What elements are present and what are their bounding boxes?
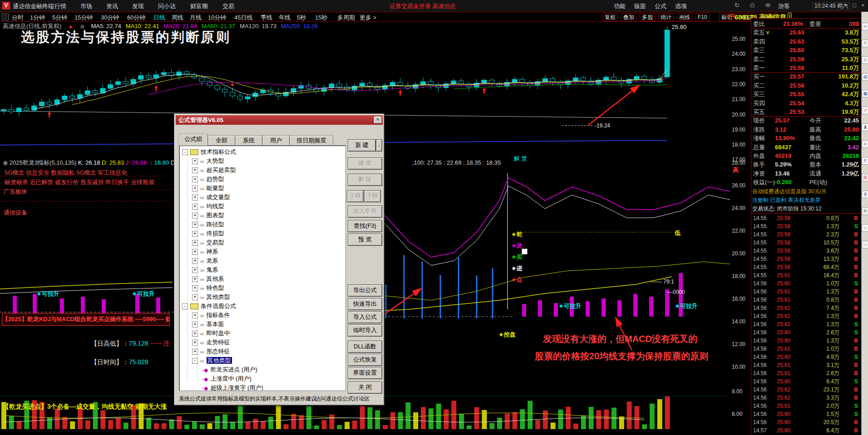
tree-row-大势型[interactable]: +∞大势型 <box>192 156 224 166</box>
menu-item-1[interactable]: 市场 <box>80 2 92 10</box>
expand-icon[interactable]: + <box>192 276 198 282</box>
dialog-button-新建[interactable]: 新 建 <box>348 139 376 152</box>
user-label[interactable]: 游客 <box>778 2 790 10</box>
expand-icon[interactable]: + <box>192 349 198 355</box>
expand-icon[interactable]: + <box>192 249 198 255</box>
bid-row-1[interactable]: 买一25.57191.8万 <box>751 72 862 81</box>
dialog-close-icon[interactable]: × <box>374 116 382 123</box>
expand-icon[interactable]: + <box>192 331 198 337</box>
dialog-button-公式恢复[interactable]: 公式恢复 <box>348 354 382 366</box>
dialog-tab-用户[interactable]: 用户 <box>262 135 290 146</box>
window-collapse-button[interactable]: ‹ <box>834 2 842 9</box>
period-多周期[interactable]: 多周期 <box>337 14 355 22</box>
toolbar-button-画线[interactable]: 画线 <box>677 13 692 21</box>
expand-icon[interactable]: + <box>192 231 198 237</box>
eye-icon[interactable]: ◉ <box>3 159 10 166</box>
period-5分钟[interactable]: 5分钟 <box>52 14 67 22</box>
bid-row-5[interactable]: 买五25.5319.9万 <box>751 108 862 116</box>
search-icon[interactable]: ⌕ <box>862 224 868 232</box>
period-10分钟[interactable]: 10分钟 <box>208 14 226 22</box>
refresh-icon[interactable]: ↻ <box>735 2 740 9</box>
divider-icon[interactable]: — <box>862 241 868 249</box>
menu-item-5[interactable]: 财富圈 <box>190 2 208 10</box>
dialog-button-导出公式[interactable]: 导出公式 <box>348 284 382 297</box>
collapse-icon[interactable]: - <box>192 358 198 364</box>
tree-row-基本面[interactable]: +∞基本面 <box>192 320 224 329</box>
grid-icon[interactable]: ▦ <box>862 90 868 98</box>
formula-icon[interactable]: fx <box>862 207 868 215</box>
expand-icon[interactable]: + <box>192 258 198 264</box>
period-60分钟[interactable]: 60分钟 <box>127 14 145 22</box>
tree-row-路径型[interactable]: +∞路径型 <box>192 220 224 229</box>
dialog-button-导入公式[interactable]: 导入公式 <box>348 311 382 323</box>
expand-icon[interactable]: + <box>192 186 198 191</box>
tree-row-走势特征[interactable]: +∞走势特征 <box>192 338 230 347</box>
tree-row-能量型[interactable]: +∞能量型 <box>192 184 224 193</box>
collapse-icon[interactable]: - <box>182 149 188 155</box>
dialog-tab-系统[interactable]: 系统 <box>235 135 262 146</box>
toolbar-button-多股[interactable]: 多股 <box>640 13 655 21</box>
quote-list-icon[interactable]: ≡ <box>862 140 868 148</box>
tree-row-鬼系[interactable]: +∞鬼系 <box>192 265 218 274</box>
toolbar-button-统计[interactable]: 统计 <box>658 13 674 21</box>
expand-icon[interactable]: + <box>192 313 198 318</box>
period-30分钟[interactable]: 30分钟 <box>101 14 119 22</box>
dialog-button-预览[interactable]: 预 览 <box>348 234 382 246</box>
dialog-button-快速导出[interactable]: 快速导出 <box>348 298 382 310</box>
period-季线[interactable]: 季线 <box>261 14 272 22</box>
menu-right-item-2[interactable]: 公式 <box>655 2 666 10</box>
mail-icon[interactable]: ✉ <box>765 2 770 9</box>
ask-row-1[interactable]: 卖一25.5811.0万 <box>751 64 862 72</box>
window-maximize-button[interactable]: □ <box>851 2 858 9</box>
status-link[interactable]: 访问通达信公式讨论区 <box>315 395 370 403</box>
dialog-button-关闭[interactable]: 关 闭 <box>348 381 382 394</box>
tree-row-龙系[interactable]: +∞龙系 <box>192 256 218 265</box>
expand-icon[interactable]: + <box>192 213 198 219</box>
menu-item-4[interactable]: 问小达 <box>158 2 176 10</box>
expand-icon[interactable]: + <box>192 204 198 210</box>
tree-row-图表型[interactable]: +∞图表型 <box>192 211 224 220</box>
period-周线[interactable]: 周线 <box>172 14 183 22</box>
tree-row-其他类型[interactable]: +∞其他类型 <box>192 293 230 302</box>
period-15秒[interactable]: 15秒 <box>315 14 327 22</box>
menu-item-3[interactable]: 发现 <box>132 2 144 10</box>
expand-icon[interactable]: + <box>192 222 198 228</box>
toolbar-button-复权[interactable]: 复权 <box>602 13 618 21</box>
expand-icon[interactable]: + <box>192 285 198 291</box>
down-arrow-icon[interactable]: ⇩ <box>862 56 868 64</box>
tree-row-条件选股公式[interactable]: -条件选股公式 <box>182 302 236 311</box>
tree-row-乾龙买进点 (用户)[interactable]: ▫◆乾龙买进点 (用户) <box>202 365 257 374</box>
expand-icon[interactable]: + <box>192 322 198 327</box>
period-更多 >[interactable]: 更多 > <box>360 14 376 22</box>
tree-row-神系[interactable]: +∞神系 <box>192 247 218 256</box>
dialog-button-临时导入[interactable]: 临时导入 <box>348 324 382 337</box>
back-arrow-icon[interactable]: ⇦ <box>862 23 868 30</box>
bid-row-2[interactable]: 买二25.5610.2万 <box>751 81 862 90</box>
report-icon[interactable]: ▤ <box>862 73 868 81</box>
kline-icon[interactable]: ▮ <box>862 123 868 131</box>
tree-row-趋势型[interactable]: +∞趋势型 <box>192 175 224 184</box>
tree-row-成交量型[interactable]: +∞成交量型 <box>192 193 230 202</box>
tree-row-指标条件[interactable]: +∞指标条件 <box>192 311 230 320</box>
menu-item-0[interactable]: 行情 <box>54 2 66 10</box>
tree-row-形态特征[interactable]: +∞形态特征 <box>192 347 230 356</box>
tree-row-其他类型[interactable]: -∞其他类型 <box>192 356 232 365</box>
window-close-button[interactable]: × <box>859 2 867 9</box>
collapse-icon[interactable]: - <box>182 303 188 309</box>
expand-icon[interactable]: + <box>192 267 198 273</box>
tree-row-技术指标公式[interactable]: -技术指标公式 <box>182 147 236 156</box>
bid-row-4[interactable]: 买四25.544.3万 <box>751 99 862 108</box>
expand-icon[interactable]: + <box>192 167 198 173</box>
checkbox-icon[interactable] <box>522 249 528 254</box>
dialog-tab-公式组[interactable]: 公式组 <box>179 134 208 146</box>
up-arrow-icon[interactable]: ⇧ <box>862 39 868 47</box>
dialog-button-DLL函数[interactable]: DLL函数 <box>348 341 382 353</box>
self-select-icon[interactable]: 自 <box>862 174 868 181</box>
dialog-button-界面设置[interactable]: 界面设置 <box>348 367 382 379</box>
bid-row-3[interactable]: 买三25.5542.4万 <box>751 90 862 98</box>
menu-item-2[interactable]: 资讯 <box>106 2 118 10</box>
period-分时[interactable]: 分时 <box>12 14 24 22</box>
new-dropdown-button[interactable]: ↓ <box>376 139 382 152</box>
expand-icon[interactable]: + <box>192 340 198 346</box>
period-1分钟[interactable]: 1分钟 <box>30 14 45 22</box>
